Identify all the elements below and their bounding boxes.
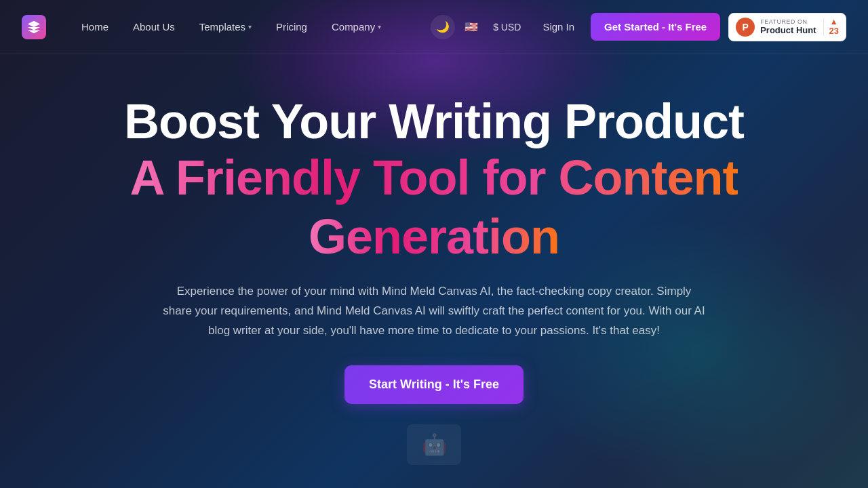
nav-company[interactable]: Company ▾ xyxy=(321,16,392,38)
flag-icon: 🇺🇸 xyxy=(465,21,478,33)
robot-image: 🤖 xyxy=(407,424,461,465)
product-hunt-count: 23 xyxy=(829,26,839,36)
nav-pricing[interactable]: Pricing xyxy=(265,16,318,38)
navbar: Home About Us Templates ▾ Pricing Compan… xyxy=(0,0,868,54)
hero-cta: Start Writing - It's Free xyxy=(344,365,524,404)
currency-selector[interactable]: $ USD xyxy=(488,19,526,35)
logo[interactable] xyxy=(22,15,46,39)
nav-links: Home About Us Templates ▾ Pricing Compan… xyxy=(71,16,392,38)
nav-templates[interactable]: Templates ▾ xyxy=(189,16,262,38)
moon-icon: 🌙 xyxy=(436,20,450,33)
product-hunt-featured-label: FEATURED ON xyxy=(760,18,816,25)
hero-description: Experience the power of your mind with M… xyxy=(163,282,705,341)
start-writing-button[interactable]: Start Writing - It's Free xyxy=(344,365,524,404)
logo-icon xyxy=(22,15,46,39)
navbar-right: 🌙 🇺🇸 $ USD Sign In Get Started - It's Fr… xyxy=(431,13,846,41)
get-started-button[interactable]: Get Started - It's Free xyxy=(591,13,720,41)
nav-home[interactable]: Home xyxy=(71,16,119,38)
robot-icon: 🤖 xyxy=(422,432,447,456)
language-selector[interactable]: 🇺🇸 xyxy=(463,21,479,33)
product-hunt-name: Product Hunt xyxy=(760,25,816,36)
navbar-left: Home About Us Templates ▾ Pricing Compan… xyxy=(22,15,392,39)
product-hunt-arrow-icon: ▲ xyxy=(830,18,838,26)
templates-chevron-icon: ▾ xyxy=(248,23,252,30)
product-hunt-logo: P xyxy=(736,18,755,37)
product-hunt-score: ▲ 23 xyxy=(823,18,839,36)
robot-container: 🤖 xyxy=(407,424,461,465)
sign-in-button[interactable]: Sign In xyxy=(534,16,583,38)
hero-title-line2: A Friendly Tool for Content xyxy=(130,148,738,207)
hero-title-line3: Generation xyxy=(309,207,559,266)
company-chevron-icon: ▾ xyxy=(378,23,381,30)
nav-about[interactable]: About Us xyxy=(122,16,186,38)
hero-title-line1: Boost Your Writing Product xyxy=(124,95,744,148)
dark-mode-toggle[interactable]: 🌙 xyxy=(431,15,455,39)
currency-label: $ USD xyxy=(493,22,521,33)
hero-section: Boost Your Writing Product A Friendly To… xyxy=(0,54,868,465)
product-hunt-badge[interactable]: P FEATURED ON Product Hunt ▲ 23 xyxy=(728,13,846,41)
product-hunt-text: FEATURED ON Product Hunt xyxy=(760,18,816,36)
